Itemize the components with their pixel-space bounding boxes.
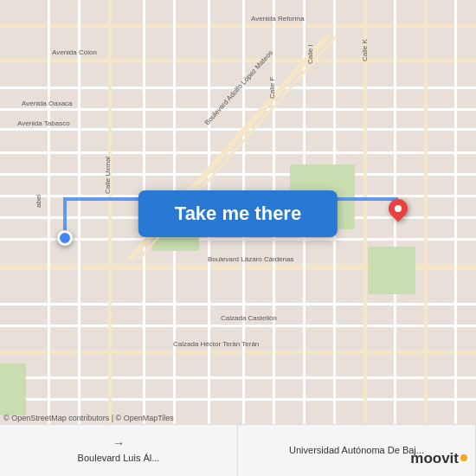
- street-uxmal: [108, 0, 112, 424]
- take-me-there-button[interactable]: Take me there: [138, 190, 338, 237]
- moovit-dot: [460, 454, 467, 461]
- moovit-text: moovit: [410, 450, 459, 467]
- destination-label: Universidad Autónoma De Baj...: [289, 444, 424, 456]
- street-colon: [0, 59, 476, 62]
- arrow-icon-from: →: [113, 436, 125, 450]
- street-hetor: [0, 351, 476, 354]
- green-area-3: [368, 247, 415, 294]
- street-h2: [0, 151, 476, 154]
- street-v1: [48, 0, 50, 424]
- street-h1: [0, 87, 476, 89]
- street-h3: [0, 173, 476, 176]
- street-tabasco: [0, 128, 476, 131]
- street-h8: [0, 376, 476, 379]
- origin-label: Boulevard Luis Ál...: [78, 452, 160, 464]
- street-castellon: [0, 325, 476, 327]
- map-container: Boulevard Adolfo López Mateos Avenida Re…: [0, 0, 476, 424]
- street-reforma: [0, 24, 476, 28]
- street-v2: [78, 0, 80, 424]
- map-attribution: © OpenStreetMap contributors | © OpenMap…: [3, 414, 174, 422]
- street-oaxaca: [0, 108, 476, 111]
- origin-marker: [57, 230, 73, 246]
- origin-item[interactable]: → Boulevard Luis Ál...: [0, 425, 238, 476]
- street-v9: [424, 0, 428, 424]
- moovit-logo: moovit: [410, 450, 467, 467]
- street-h9: [0, 398, 476, 401]
- street-v10: [454, 0, 457, 424]
- street-h7: [0, 303, 476, 306]
- green-area-4: [0, 363, 26, 415]
- bottom-bar: → Boulevard Luis Ál... Universidad Autón…: [0, 424, 476, 476]
- street-callel: [363, 0, 367, 424]
